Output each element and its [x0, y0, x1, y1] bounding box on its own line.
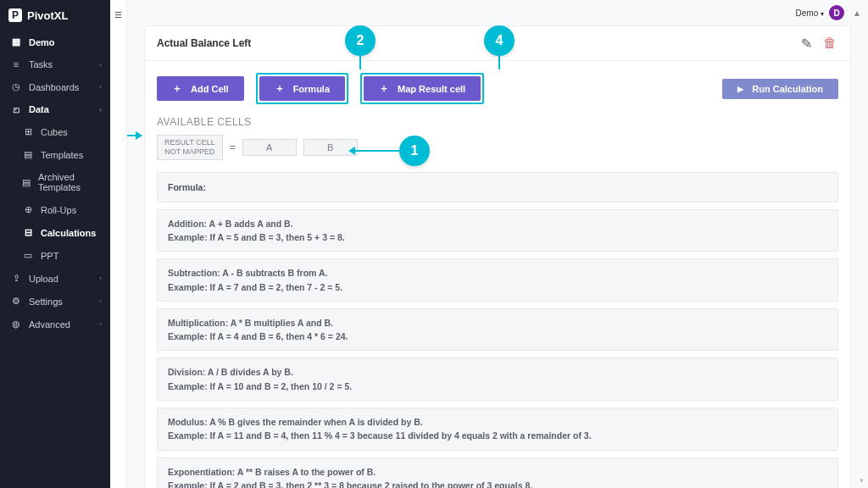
sidebar-item-dashboards[interactable]: ◷Dashboards› — [0, 75, 110, 98]
calculations-icon: ⊟ — [22, 227, 34, 238]
formula-block: Multiplication: A * B multiplies A and B… — [157, 308, 838, 352]
archived-templates-icon: ▤ — [22, 177, 31, 188]
sidebar-item-tasks[interactable]: ≡Tasks› — [0, 53, 110, 75]
edit-icon[interactable]: ✎ — [798, 35, 815, 52]
sidebar-item-label: Tasks — [29, 59, 53, 69]
formula-label: Formula — [293, 84, 330, 94]
sidebar-item-label: Data — [29, 104, 49, 114]
sidebar-item-label: Templates — [41, 150, 83, 160]
annotation-arrow-1 — [348, 147, 355, 155]
sidebar-item-data[interactable]: ⏍Data› — [0, 98, 110, 120]
available-cells-title: AVAILABLE CELLS — [157, 116, 838, 128]
sidebar-item-label: Roll-Ups — [41, 205, 76, 215]
formula-list: Addition: A + B adds A and B.Example: If… — [157, 209, 838, 488]
annotation-bubble-4: 4 — [484, 25, 515, 56]
avatar[interactable]: D — [829, 5, 844, 20]
annotation-arrow-3 — [136, 131, 142, 140]
map-result-button[interactable]: ＋ Map Result cell — [364, 76, 481, 101]
sidebar-item-cubes[interactable]: ⊞Cubes — [0, 120, 110, 143]
user-name: Demo — [796, 8, 819, 18]
annotation-connector-2 — [359, 56, 361, 69]
topbar: Demo ▾ D ▴ — [127, 0, 868, 25]
formula-block: Exponentiation: A ** B raises A to the p… — [157, 458, 838, 488]
advanced-icon: ◍ — [10, 319, 22, 330]
sidebar-item-label: Calculations — [41, 228, 96, 238]
caret-down-icon: ▾ — [821, 10, 824, 18]
demo-icon: ▦ — [10, 36, 22, 47]
formula-block-example: Example: If A = 10 and B = 2, then 10 / … — [168, 381, 352, 391]
sidebar-item-label: Cubes — [41, 127, 68, 137]
sidebar-item-label: PPT — [41, 251, 58, 261]
sidebar-collapse-button[interactable]: ☰ — [114, 10, 122, 19]
plus-icon: ＋ — [379, 81, 389, 96]
sidebar-item-upload[interactable]: ⇪Upload› — [0, 267, 110, 290]
content-area: Actual Balance Left ✎ 🗑 ＋ Add Cell ＋ For… — [127, 25, 868, 488]
formula-block-example: Example: If A = 11 and B = 4, then 11 % … — [168, 430, 592, 441]
chevron-right-icon: › — [99, 83, 102, 91]
sidebar: P PivotXL ▦Demo≡Tasks›◷Dashboards›⏍Data›… — [0, 0, 110, 488]
dashboards-icon: ◷ — [10, 81, 22, 92]
annotation-connector-4 — [498, 56, 500, 69]
templates-icon: ▤ — [22, 149, 34, 160]
sidebar-collapse-strip: ☰ — [110, 0, 127, 488]
formula-header-box: Formula: — [157, 172, 838, 202]
sidebar-item-advanced[interactable]: ◍Advanced› — [0, 313, 110, 336]
roll-ups-icon: ⊕ — [22, 204, 34, 215]
sidebar-item-label: Demo — [29, 37, 55, 47]
sidebar-item-label: Upload — [29, 274, 58, 284]
scroll-up-icon: ▴ — [854, 7, 860, 19]
formula-block: Subtraction: A - B subtracts B from A.Ex… — [157, 258, 838, 302]
sidebar-item-demo[interactable]: ▦Demo — [0, 30, 110, 53]
formula-block-example: Example: If A = 5 and B = 3, then 5 + 3 … — [168, 232, 345, 242]
trash-icon[interactable]: 🗑 — [821, 35, 838, 52]
ppt-icon: ▭ — [22, 250, 34, 261]
formula-block-example: Example: If A = 4 and B = 6, then 4 * 6 … — [168, 331, 348, 341]
plus-icon: ＋ — [275, 81, 285, 96]
sidebar-item-archived-templates[interactable]: ▤Archived Templates — [0, 166, 110, 198]
add-cell-button[interactable]: ＋ Add Cell — [157, 76, 244, 101]
sidebar-nav: ▦Demo≡Tasks›◷Dashboards›⏍Data›⊞Cubes▤Tem… — [0, 30, 110, 488]
chevron-right-icon: › — [99, 106, 102, 114]
formula-block: Modulus: A % B gives the remainder when … — [157, 408, 838, 451]
scroll-down-icon: ▾ — [857, 476, 865, 485]
sidebar-item-ppt[interactable]: ▭PPT — [0, 244, 110, 267]
formula-block: Addition: A + B adds A and B.Example: If… — [157, 209, 838, 252]
sidebar-item-label: Dashboards — [29, 82, 79, 92]
sidebar-item-label: Archived Templates — [38, 172, 102, 192]
cells-row: RESULT CELL NOT MAPPED = A B — [157, 135, 838, 160]
formula-block-title: Multiplication: A * B multiplies A and B… — [168, 318, 333, 328]
run-calculation-button[interactable]: ▶ Run Calculation — [722, 79, 838, 99]
brand-logo: P — [8, 8, 22, 22]
formula-block-title: Modulus: A % B gives the remainder when … — [168, 417, 423, 427]
formula-block-example: Example: If A = 7 and B = 2, then 7 - 2 … — [168, 282, 342, 292]
sidebar-item-calculations[interactable]: ⊟Calculations — [0, 221, 110, 244]
plus-icon: ＋ — [172, 81, 182, 96]
cell-chip-a[interactable]: A — [242, 139, 297, 156]
main: Demo ▾ D ▴ Actual Balance Left ✎ 🗑 ＋ Add… — [127, 0, 868, 488]
annotation-connector-1 — [353, 150, 399, 152]
chevron-right-icon: › — [99, 320, 102, 328]
user-menu[interactable]: Demo ▾ — [796, 8, 824, 18]
result-cell-line2: NOT MAPPED — [164, 147, 214, 156]
map-result-button-highlight: ＋ Map Result cell — [360, 73, 484, 104]
action-row: ＋ Add Cell ＋ Formula ＋ Map Result cell — [157, 73, 838, 104]
sidebar-item-label: Advanced — [29, 319, 70, 330]
sidebar-item-templates[interactable]: ▤Templates — [0, 143, 110, 166]
result-cell-placeholder[interactable]: RESULT CELL NOT MAPPED — [157, 135, 223, 160]
run-label: Run Calculation — [752, 84, 823, 94]
annotation-bubble-1: 1 — [399, 136, 430, 166]
upload-icon: ⇪ — [10, 273, 22, 284]
sidebar-item-roll-ups[interactable]: ⊕Roll-Ups — [0, 198, 110, 221]
formula-block-title: Addition: A + B adds A and B. — [168, 219, 292, 229]
map-result-label: Map Result cell — [398, 84, 465, 94]
formula-block-title: Division: A / B divides A by B. — [168, 367, 293, 377]
brand: P PivotXL — [0, 0, 110, 30]
formula-button-highlight: ＋ Formula — [256, 73, 348, 104]
brand-name: PivotXL — [27, 9, 68, 22]
panel-body: ＋ Add Cell ＋ Formula ＋ Map Result cell — [145, 61, 850, 488]
cubes-icon: ⊞ — [22, 126, 34, 137]
formula-button[interactable]: ＋ Formula — [259, 76, 345, 101]
sidebar-item-settings[interactable]: ⚙Settings› — [0, 290, 110, 313]
result-cell-line1: RESULT CELL — [164, 138, 215, 147]
sidebar-item-label: Settings — [29, 297, 63, 307]
